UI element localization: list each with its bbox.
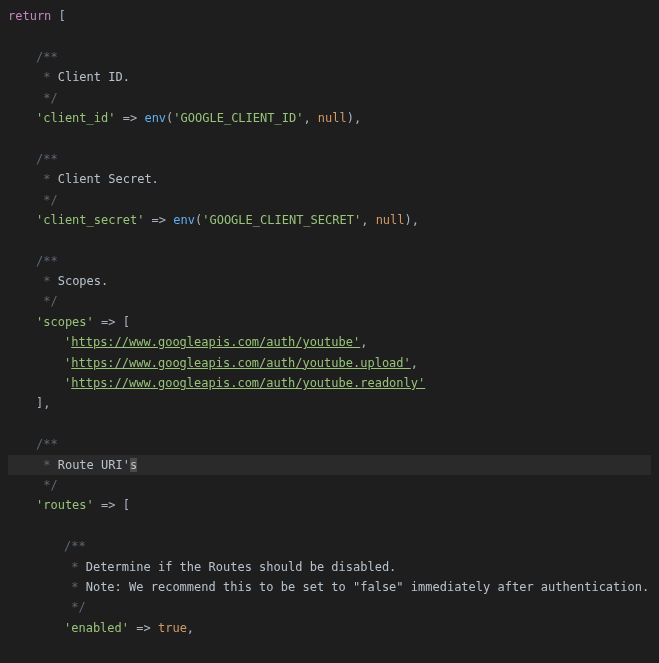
keyword-return: return: [8, 9, 51, 23]
config-key-client-id: 'client_id': [36, 111, 115, 125]
comment-line: */: [8, 88, 651, 108]
code-line: 'client_id' => env('GOOGLE_CLIENT_ID', n…: [8, 108, 651, 128]
config-key-routes: 'routes': [36, 498, 94, 512]
comment-line: /**: [8, 659, 651, 664]
code-line: return [: [8, 6, 651, 26]
code-line: [8, 414, 651, 434]
comment-line: * Client Secret.: [8, 169, 651, 189]
code-line: 'scopes' => [: [8, 312, 651, 332]
scope-url: https://www.googleapis.com/auth/youtube.…: [71, 356, 411, 370]
comment-line: /**: [8, 536, 651, 556]
scope-url: https://www.googleapis.com/auth/youtube.…: [71, 376, 425, 390]
code-editor[interactable]: return [ /** * Client ID. */ 'client_id'…: [8, 6, 651, 663]
code-line: [8, 638, 651, 658]
code-line: [8, 128, 651, 148]
config-key-scopes: 'scopes': [36, 315, 94, 329]
code-line: [8, 26, 651, 46]
bracket: [: [59, 9, 66, 23]
comment-line: /**: [8, 47, 651, 67]
comment-line: */: [8, 597, 651, 617]
code-line: [8, 230, 651, 250]
comment-line: * Note: We recommend this to be set to "…: [8, 577, 651, 597]
code-line: 'https://www.googleapis.com/auth/youtube…: [8, 332, 651, 352]
comment-line: /**: [8, 251, 651, 271]
code-line: 'https://www.googleapis.com/auth/youtube…: [8, 353, 651, 373]
comment-line: /**: [8, 149, 651, 169]
func-env: env: [144, 111, 166, 125]
code-line: 'client_secret' => env('GOOGLE_CLIENT_SE…: [8, 210, 651, 230]
text-cursor: s: [130, 458, 137, 472]
config-key-client-secret: 'client_secret': [36, 213, 144, 227]
comment-line: * Scopes.: [8, 271, 651, 291]
cursor-line: * Route URI's: [8, 455, 651, 475]
comment-line: */: [8, 475, 651, 495]
comment-line: */: [8, 190, 651, 210]
func-env: env: [173, 213, 195, 227]
code-line: 'enabled' => true,: [8, 618, 651, 638]
config-key-enabled: 'enabled': [64, 621, 129, 635]
code-line: 'routes' => [: [8, 495, 651, 515]
code-line: ],: [8, 393, 651, 413]
comment-line: */: [8, 291, 651, 311]
code-line: 'https://www.googleapis.com/auth/youtube…: [8, 373, 651, 393]
comment-line: * Client ID.: [8, 67, 651, 87]
scope-url: https://www.googleapis.com/auth/youtube': [71, 335, 360, 349]
comment-line: /**: [8, 434, 651, 454]
code-line: [8, 516, 651, 536]
comment-line: * Determine if the Routes should be disa…: [8, 557, 651, 577]
